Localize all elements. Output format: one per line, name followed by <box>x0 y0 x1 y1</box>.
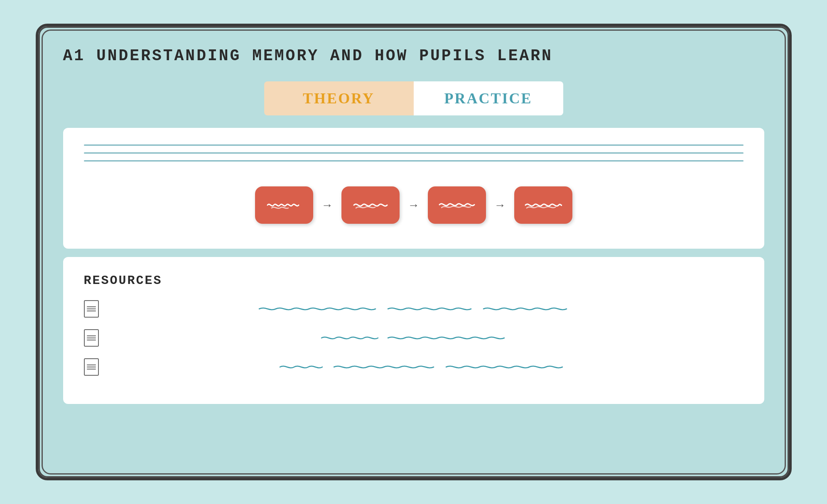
resource-icon-1 <box>84 300 99 318</box>
content-line-3 <box>84 160 744 161</box>
resources-area: RESOURCES <box>63 257 764 404</box>
flow-arrow-1: → <box>321 198 333 212</box>
card-squiggle-3 <box>438 199 476 211</box>
resource-icon-2 <box>84 329 99 347</box>
resource-item-2[interactable] <box>84 329 744 347</box>
resource-squiggle-3 <box>107 362 744 372</box>
flow-arrow-2: → <box>408 198 420 212</box>
content-line-1 <box>84 144 744 146</box>
resource-item-3[interactable] <box>84 358 744 376</box>
flow-card-4[interactable] <box>514 186 572 224</box>
card-squiggle-2 <box>352 199 389 211</box>
resource-icon-3 <box>84 358 99 376</box>
flow-card-2[interactable] <box>341 186 400 224</box>
content-area: → → → <box>63 128 764 249</box>
resources-title: RESOURCES <box>84 274 744 288</box>
content-line-2 <box>84 152 744 154</box>
tab-practice[interactable]: PRACTICE <box>414 81 563 115</box>
flow-arrow-3: → <box>494 198 506 212</box>
resource-item-1[interactable] <box>84 300 744 318</box>
tab-theory[interactable]: THEORY <box>264 81 414 115</box>
resource-squiggle-1 <box>107 304 744 314</box>
resource-squiggle-2 <box>107 333 744 343</box>
card-squiggle-4 <box>525 199 562 211</box>
lines-section <box>84 144 744 161</box>
flow-diagram: → → → <box>84 178 744 232</box>
tabs-container: THEORY PRACTICE <box>264 81 563 115</box>
flow-card-1[interactable] <box>255 186 313 224</box>
page-title: A1 UNDERSTANDING MEMORY AND HOW PUPILS L… <box>63 47 764 65</box>
main-frame: A1 UNDERSTANDING MEMORY AND HOW PUPILS L… <box>36 24 792 480</box>
flow-card-3[interactable] <box>428 186 486 224</box>
card-squiggle-1 <box>265 199 303 211</box>
